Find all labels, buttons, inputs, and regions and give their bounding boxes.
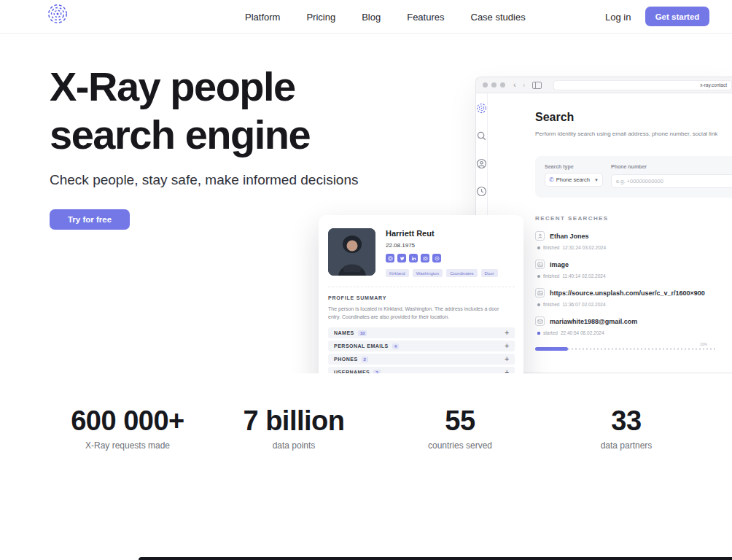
get-started-button[interactable]: Get started — [645, 7, 709, 26]
nav-item-blog[interactable]: Blog — [362, 12, 381, 23]
photo-icon[interactable] — [421, 254, 429, 262]
main-nav: Platform Pricing Blog Features Case stud… — [245, 0, 526, 34]
search-type-select[interactable]: ✆ Phone search ▼ — [545, 173, 603, 187]
stat-value: 55 — [377, 405, 543, 437]
section-label: PERSONAL EMAILS — [334, 343, 389, 349]
expand-plus-icon[interactable]: + — [505, 356, 509, 363]
status-text: started — [543, 330, 558, 335]
recent-search-item[interactable]: https://source.unsplash.com/user/c_v_r/1… — [535, 288, 717, 307]
section-count-badge: 10 — [358, 330, 367, 336]
tag-chip[interactable]: Coordinates — [446, 269, 477, 277]
status-dot — [537, 332, 540, 335]
nav-item-pricing[interactable]: Pricing — [306, 12, 335, 23]
recent-item-label: Ethan Jones — [550, 233, 589, 240]
tag-chip[interactable]: Door — [481, 269, 498, 277]
browser-chrome: ‹ › x-ray.contact — [476, 77, 732, 93]
brand-logo-icon[interactable] — [47, 3, 69, 25]
stats-section: 600 000+ X-Ray requests made 7 billion d… — [44, 405, 709, 451]
expand-plus-icon[interactable]: + — [505, 369, 509, 374]
stat-value: 33 — [543, 405, 709, 437]
hero-title: X-Ray people search engine — [50, 63, 310, 159]
image-icon — [535, 288, 545, 298]
status-text: finished — [543, 302, 559, 307]
hero-title-line2: search engine — [50, 112, 310, 158]
history-clock-icon[interactable] — [476, 186, 487, 197]
search-icon[interactable] — [476, 131, 487, 141]
status-text: finished — [543, 245, 559, 250]
stat-requests: 600 000+ X-Ray requests made — [44, 405, 211, 451]
section-count-badge: 3 — [373, 370, 380, 374]
recent-item-label: https://source.unsplash.com/user/c_v_r/1… — [550, 289, 705, 297]
profile-summary-heading: PROFILE SUMMARY — [328, 295, 515, 300]
tag-chip[interactable]: Washington — [413, 269, 443, 277]
nav-item-features[interactable]: Features — [407, 12, 444, 23]
phone-number-label: Phone number — [611, 164, 732, 169]
linkedin-icon[interactable] — [409, 254, 418, 262]
user-icon[interactable] — [476, 158, 487, 169]
twitter-icon[interactable] — [397, 254, 406, 262]
progress-fill — [535, 347, 568, 351]
forward-icon[interactable]: › — [523, 81, 526, 89]
hero-subtitle: Check people, stay safe, make informed d… — [50, 172, 359, 188]
phone-number-input[interactable] — [611, 174, 732, 188]
address-bar[interactable]: x-ray.contact — [553, 80, 732, 90]
login-link[interactable]: Log in — [605, 0, 631, 34]
stat-value: 7 billion — [211, 405, 377, 437]
recent-search-item[interactable]: mariawhite1988@gmail.com started 22:40:5… — [535, 316, 717, 350]
section-label: NAMES — [334, 330, 354, 335]
profile-summary-text: The person is located in Kirkland, Washi… — [328, 305, 512, 321]
recent-item-status: finished 11:40:14 02.02.2024 — [537, 273, 717, 279]
search-page-subtitle: Perform identity search using email addr… — [535, 131, 732, 137]
window-dot-icon — [491, 82, 497, 88]
section-usernames[interactable]: USERNAMES 3 + — [328, 367, 515, 373]
expand-plus-icon[interactable]: + — [505, 343, 509, 350]
profile-dob: 22.08.1975 — [386, 242, 498, 249]
top-navbar: Platform Pricing Blog Features Case stud… — [0, 0, 732, 34]
stat-data-points: 7 billion data points — [211, 405, 377, 451]
image-icon — [535, 260, 545, 269]
recent-searches: RECENT SEARCHES Ethan Jones finished 12:… — [535, 215, 717, 350]
try-for-free-button[interactable]: Try for free — [50, 209, 130, 230]
expand-plus-icon[interactable]: + — [505, 330, 509, 337]
next-section-top-edge — [139, 557, 732, 560]
email-icon — [535, 316, 545, 326]
user-icon — [535, 231, 545, 241]
recent-search-item[interactable]: Ethan Jones finished 12:31:24 03.02.2024 — [535, 231, 717, 250]
nav-item-case-studies[interactable]: Case studies — [471, 12, 526, 23]
recent-item-label: mariawhite1988@gmail.com — [550, 318, 637, 325]
stat-value: 600 000+ — [44, 405, 211, 437]
stat-partners: 33 data partners — [543, 405, 709, 451]
phone-number-field: Phone number — [611, 164, 732, 188]
search-type-field: Search type ✆ Phone search ▼ — [545, 164, 603, 188]
recent-item-status: finished 11:36:07 02.02.2024 — [537, 302, 717, 307]
hero-title-line1: X-Ray people — [50, 63, 295, 109]
search-form: Search type ✆ Phone search ▼ Phone numbe… — [535, 156, 732, 198]
stat-label: countries served — [377, 440, 543, 451]
web-profile-icon[interactable] — [432, 254, 441, 262]
nav-item-platform[interactable]: Platform — [245, 12, 280, 23]
profile-sections: NAMES 10 + PERSONAL EMAILS 4 + PHONES 2 … — [328, 327, 515, 373]
status-timestamp: 22:40:54 08.02.2024 — [561, 330, 604, 335]
status-text: finished — [543, 273, 559, 279]
tag-chip[interactable]: Kirkland — [386, 269, 409, 277]
status-timestamp: 12:31:24 03.02.2024 — [562, 245, 606, 250]
app-logo-icon[interactable] — [476, 103, 487, 114]
section-personal-emails[interactable]: PERSONAL EMAILS 4 + — [328, 341, 515, 351]
recent-search-item[interactable]: Image finished 11:40:14 02.02.2024 — [535, 260, 717, 279]
chevron-down-icon: ▼ — [594, 178, 599, 182]
recent-searches-heading: RECENT SEARCHES — [535, 215, 717, 222]
back-icon[interactable]: ‹ — [513, 81, 516, 89]
search-progress-bar: 10% — [535, 342, 717, 350]
section-count-badge: 2 — [362, 357, 368, 362]
status-timestamp: 11:40:14 02.02.2024 — [562, 273, 605, 279]
window-dot-icon — [483, 82, 488, 88]
section-phones[interactable]: PHONES 2 + — [328, 354, 515, 365]
window-dot-icon — [500, 82, 505, 88]
section-label: PHONES — [334, 357, 358, 362]
section-names[interactable]: NAMES 10 + — [328, 327, 515, 338]
profile-result-card: Harriett Reut 22.08.1975 — [319, 215, 523, 373]
sidebar-toggle-icon[interactable] — [532, 82, 542, 89]
instagram-icon[interactable] — [386, 254, 394, 262]
recent-item-label: Image — [550, 261, 569, 268]
status-dot — [537, 303, 540, 306]
